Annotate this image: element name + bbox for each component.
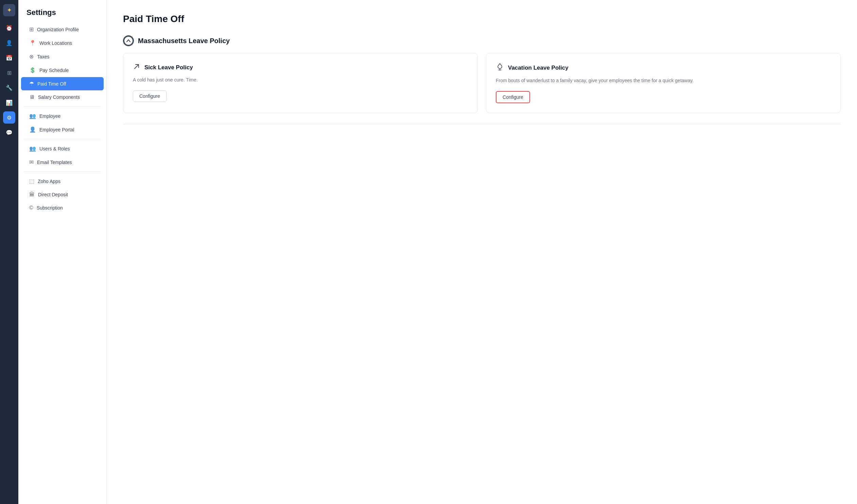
vacation-leave-configure-button[interactable]: Configure bbox=[496, 91, 530, 103]
sidebar-item-users-roles[interactable]: 👥 Users & Roles bbox=[21, 142, 104, 155]
main-content: Paid Time Off Massachusetts Leave Policy bbox=[107, 0, 857, 504]
sick-leave-description: A cold has just one cure. Time. bbox=[133, 76, 468, 84]
email-templates-icon: ✉ bbox=[29, 159, 34, 166]
users-roles-icon: 👥 bbox=[29, 145, 36, 152]
salary-components-icon: 🖥 bbox=[29, 94, 35, 100]
sidebar-item-taxes[interactable]: ⊗ Taxes bbox=[21, 50, 104, 63]
logo-icon: ✦ bbox=[7, 6, 12, 14]
sidebar-item-email-templates[interactable]: ✉ Email Templates bbox=[21, 156, 104, 169]
org-profile-icon: ⊞ bbox=[29, 26, 34, 33]
employee-portal-icon: 👤 bbox=[29, 126, 36, 133]
sidebar-label-taxes: Taxes bbox=[37, 54, 50, 59]
sidebar-label-direct-deposit: Direct Deposit bbox=[38, 192, 68, 197]
sidebar-item-salary-components[interactable]: 🖥 Salary Components bbox=[21, 91, 104, 104]
sidebar-item-subscription[interactable]: © Subscription bbox=[21, 202, 104, 214]
vacation-leave-card-header: Vacation Leave Policy bbox=[496, 63, 831, 73]
sidebar-item-org-profile[interactable]: ⊞ Organization Profile bbox=[21, 23, 104, 36]
sidebar-title: Settings bbox=[18, 5, 106, 22]
sidebar-item-pay-schedule[interactable]: 💲 Pay Schedule bbox=[21, 64, 104, 77]
policy-header: Massachusetts Leave Policy bbox=[123, 35, 841, 46]
sidebar-label-paid-time-off: Paid Time Off bbox=[37, 81, 66, 87]
taxes-icon: ⊗ bbox=[29, 53, 34, 60]
paid-time-off-icon: ☂ bbox=[29, 81, 34, 87]
sick-leave-card-header: Sick Leave Policy bbox=[133, 63, 468, 72]
sidebar-label-employee: Employee bbox=[39, 114, 61, 119]
nav-icon-person[interactable]: 👤 bbox=[3, 37, 15, 49]
nav-icon-settings[interactable]: ⚙ bbox=[3, 111, 15, 124]
sick-leave-title: Sick Leave Policy bbox=[145, 64, 193, 71]
sick-leave-icon bbox=[133, 63, 140, 72]
nav-icon-grid[interactable]: ⊞ bbox=[3, 67, 15, 79]
sidebar-divider-1 bbox=[24, 106, 101, 107]
sidebar-item-zoho-apps[interactable]: ⬚ Zoho Apps bbox=[21, 175, 104, 188]
nav-icon-tool[interactable]: 🔧 bbox=[3, 82, 15, 94]
nav-icon-clock[interactable]: ⏰ bbox=[3, 22, 15, 34]
sidebar-item-employee-portal[interactable]: 👤 Employee Portal bbox=[21, 123, 104, 136]
sidebar-label-work-locations: Work Locations bbox=[39, 40, 72, 46]
direct-deposit-icon: 🏛 bbox=[29, 192, 35, 198]
subscription-icon: © bbox=[29, 205, 33, 211]
sidebar-label-org-profile: Organization Profile bbox=[37, 27, 79, 32]
sidebar-label-users-roles: Users & Roles bbox=[39, 146, 70, 152]
policy-cards: Sick Leave Policy A cold has just one cu… bbox=[123, 53, 841, 113]
policy-header-title: Massachusetts Leave Policy bbox=[138, 37, 230, 45]
nav-icon-chart[interactable]: 📊 bbox=[3, 97, 15, 109]
nav-icon-calendar[interactable]: 📅 bbox=[3, 52, 15, 64]
sidebar-label-pay-schedule: Pay Schedule bbox=[39, 68, 69, 73]
policy-section: Massachusetts Leave Policy Sick Leave Po… bbox=[123, 35, 841, 113]
zoho-apps-icon: ⬚ bbox=[29, 178, 34, 185]
employee-icon: 👥 bbox=[29, 113, 36, 119]
vacation-leave-description: From bouts of wanderlust to a family vac… bbox=[496, 77, 831, 84]
sidebar-item-direct-deposit[interactable]: 🏛 Direct Deposit bbox=[21, 188, 104, 201]
sidebar-divider-2 bbox=[24, 139, 101, 139]
section-divider bbox=[123, 124, 841, 124]
sidebar-item-employee[interactable]: 👥 Employee bbox=[21, 109, 104, 123]
sidebar-label-subscription: Subscription bbox=[37, 205, 63, 211]
sidebar-label-email-templates: Email Templates bbox=[37, 160, 72, 165]
sidebar-item-paid-time-off[interactable]: ☂ Paid Time Off bbox=[21, 77, 104, 90]
nav-icon-chat[interactable]: 💬 bbox=[3, 126, 15, 139]
sidebar-label-employee-portal: Employee Portal bbox=[39, 127, 74, 133]
vacation-leave-card: Vacation Leave Policy From bouts of wand… bbox=[486, 53, 841, 113]
sick-leave-card: Sick Leave Policy A cold has just one cu… bbox=[123, 53, 478, 113]
vacation-leave-title: Vacation Leave Policy bbox=[508, 65, 569, 71]
vacation-leave-icon bbox=[496, 63, 504, 73]
chevron-up-circle-icon bbox=[124, 36, 133, 46]
page-title: Paid Time Off bbox=[123, 14, 841, 24]
svg-point-0 bbox=[124, 36, 133, 45]
sidebar-divider-3 bbox=[24, 172, 101, 172]
sick-leave-configure-button[interactable]: Configure bbox=[133, 90, 167, 102]
app-logo[interactable]: ✦ bbox=[3, 4, 15, 16]
sidebar-label-salary-components: Salary Components bbox=[38, 94, 80, 100]
work-locations-icon: 📍 bbox=[29, 40, 36, 46]
sidebar-label-zoho-apps: Zoho Apps bbox=[38, 179, 61, 184]
icon-bar: ✦ ⏰ 👤 📅 ⊞ 🔧 📊 ⚙ 💬 bbox=[0, 0, 18, 504]
policy-header-icon bbox=[123, 35, 134, 46]
pay-schedule-icon: 💲 bbox=[29, 67, 36, 73]
sidebar-item-work-locations[interactable]: 📍 Work Locations bbox=[21, 36, 104, 50]
sidebar: Settings ⊞ Organization Profile 📍 Work L… bbox=[18, 0, 107, 504]
